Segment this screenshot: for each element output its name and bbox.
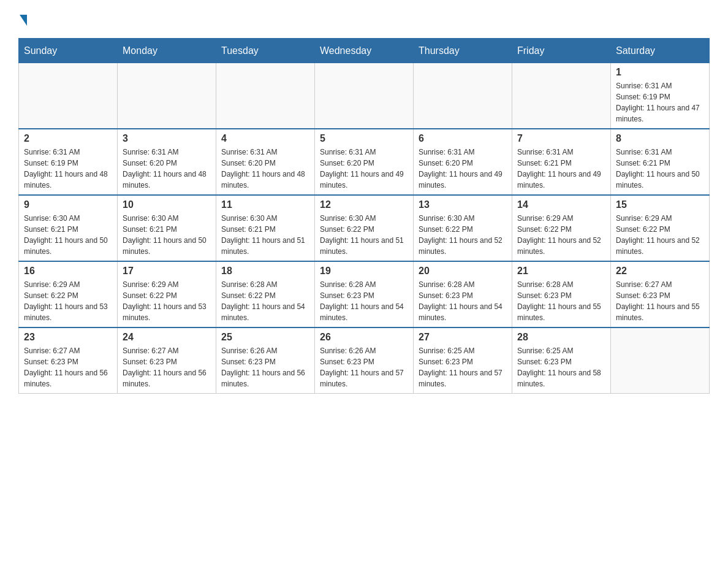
calendar-cell: 12Sunrise: 6:30 AM Sunset: 6:22 PM Dayli…	[315, 195, 414, 261]
calendar-cell: 24Sunrise: 6:27 AM Sunset: 6:23 PM Dayli…	[118, 327, 216, 394]
calendar-cell: 3Sunrise: 6:31 AM Sunset: 6:20 PM Daylig…	[118, 129, 216, 195]
calendar-cell: 23Sunrise: 6:27 AM Sunset: 6:23 PM Dayli…	[19, 327, 118, 394]
calendar-cell: 11Sunrise: 6:30 AM Sunset: 6:21 PM Dayli…	[216, 195, 315, 261]
calendar-cell: 7Sunrise: 6:31 AM Sunset: 6:21 PM Daylig…	[512, 129, 611, 195]
calendar-table: SundayMondayTuesdayWednesdayThursdayFrid…	[18, 38, 710, 394]
day-info: Sunrise: 6:31 AM Sunset: 6:20 PM Dayligh…	[123, 147, 211, 191]
calendar-cell: 19Sunrise: 6:28 AM Sunset: 6:23 PM Dayli…	[315, 261, 414, 327]
day-info: Sunrise: 6:29 AM Sunset: 6:22 PM Dayligh…	[517, 213, 605, 257]
calendar-header-wednesday: Wednesday	[315, 39, 414, 63]
calendar-week-row: 9Sunrise: 6:30 AM Sunset: 6:21 PM Daylig…	[19, 195, 710, 261]
page-header	[18, 12, 710, 26]
day-number: 7	[517, 133, 605, 144]
calendar-week-row: 23Sunrise: 6:27 AM Sunset: 6:23 PM Dayli…	[19, 327, 710, 394]
day-number: 19	[320, 266, 408, 277]
day-info: Sunrise: 6:27 AM Sunset: 6:23 PM Dayligh…	[616, 279, 704, 323]
day-number: 4	[221, 133, 309, 144]
calendar-week-row: 1Sunrise: 6:31 AM Sunset: 6:19 PM Daylig…	[19, 63, 710, 129]
calendar-header-tuesday: Tuesday	[216, 39, 315, 63]
day-info: Sunrise: 6:30 AM Sunset: 6:22 PM Dayligh…	[419, 213, 507, 257]
day-number: 24	[123, 332, 211, 343]
day-info: Sunrise: 6:27 AM Sunset: 6:23 PM Dayligh…	[24, 345, 112, 389]
calendar-cell	[216, 63, 315, 129]
calendar-cell: 10Sunrise: 6:30 AM Sunset: 6:21 PM Dayli…	[118, 195, 216, 261]
calendar-cell: 25Sunrise: 6:26 AM Sunset: 6:23 PM Dayli…	[216, 327, 315, 394]
day-number: 8	[616, 133, 704, 144]
calendar-cell	[512, 63, 611, 129]
day-info: Sunrise: 6:28 AM Sunset: 6:23 PM Dayligh…	[320, 279, 408, 323]
day-number: 11	[221, 199, 309, 210]
day-info: Sunrise: 6:30 AM Sunset: 6:21 PM Dayligh…	[221, 213, 309, 257]
day-number: 26	[320, 332, 408, 343]
day-info: Sunrise: 6:30 AM Sunset: 6:22 PM Dayligh…	[320, 213, 408, 257]
day-info: Sunrise: 6:26 AM Sunset: 6:23 PM Dayligh…	[320, 345, 408, 389]
calendar-cell: 9Sunrise: 6:30 AM Sunset: 6:21 PM Daylig…	[19, 195, 118, 261]
calendar-cell: 27Sunrise: 6:25 AM Sunset: 6:23 PM Dayli…	[414, 327, 512, 394]
day-number: 13	[419, 199, 507, 210]
day-info: Sunrise: 6:27 AM Sunset: 6:23 PM Dayligh…	[123, 345, 211, 389]
day-number: 25	[221, 332, 309, 343]
day-number: 18	[221, 266, 309, 277]
day-info: Sunrise: 6:25 AM Sunset: 6:23 PM Dayligh…	[517, 345, 605, 389]
calendar-cell: 14Sunrise: 6:29 AM Sunset: 6:22 PM Dayli…	[512, 195, 611, 261]
calendar-cell: 26Sunrise: 6:26 AM Sunset: 6:23 PM Dayli…	[315, 327, 414, 394]
day-info: Sunrise: 6:28 AM Sunset: 6:23 PM Dayligh…	[419, 279, 507, 323]
calendar-cell: 8Sunrise: 6:31 AM Sunset: 6:21 PM Daylig…	[611, 129, 710, 195]
day-number: 14	[517, 199, 605, 210]
calendar-header-sunday: Sunday	[19, 39, 118, 63]
day-number: 17	[123, 266, 211, 277]
calendar-cell: 2Sunrise: 6:31 AM Sunset: 6:19 PM Daylig…	[19, 129, 118, 195]
calendar-cell: 28Sunrise: 6:25 AM Sunset: 6:23 PM Dayli…	[512, 327, 611, 394]
logo	[18, 12, 27, 26]
calendar-cell	[611, 327, 710, 394]
day-number: 6	[419, 133, 507, 144]
calendar-header-row: SundayMondayTuesdayWednesdayThursdayFrid…	[19, 39, 710, 63]
day-number: 22	[616, 266, 704, 277]
calendar-week-row: 2Sunrise: 6:31 AM Sunset: 6:19 PM Daylig…	[19, 129, 710, 195]
calendar-cell: 21Sunrise: 6:28 AM Sunset: 6:23 PM Dayli…	[512, 261, 611, 327]
day-info: Sunrise: 6:28 AM Sunset: 6:22 PM Dayligh…	[221, 279, 309, 323]
day-info: Sunrise: 6:31 AM Sunset: 6:21 PM Dayligh…	[616, 147, 704, 191]
calendar-header-saturday: Saturday	[611, 39, 710, 63]
calendar-cell: 5Sunrise: 6:31 AM Sunset: 6:20 PM Daylig…	[315, 129, 414, 195]
day-info: Sunrise: 6:29 AM Sunset: 6:22 PM Dayligh…	[123, 279, 211, 323]
day-number: 23	[24, 332, 112, 343]
calendar-cell: 13Sunrise: 6:30 AM Sunset: 6:22 PM Dayli…	[414, 195, 512, 261]
day-number: 12	[320, 199, 408, 210]
day-number: 15	[616, 199, 704, 210]
calendar-header-friday: Friday	[512, 39, 611, 63]
day-number: 27	[419, 332, 507, 343]
calendar-cell	[414, 63, 512, 129]
day-info: Sunrise: 6:25 AM Sunset: 6:23 PM Dayligh…	[419, 345, 507, 389]
day-info: Sunrise: 6:31 AM Sunset: 6:20 PM Dayligh…	[221, 147, 309, 191]
calendar-cell	[19, 63, 118, 129]
day-info: Sunrise: 6:26 AM Sunset: 6:23 PM Dayligh…	[221, 345, 309, 389]
day-info: Sunrise: 6:29 AM Sunset: 6:22 PM Dayligh…	[616, 213, 704, 257]
calendar-cell	[315, 63, 414, 129]
day-number: 9	[24, 199, 112, 210]
logo-arrow-icon	[20, 15, 27, 26]
day-number: 3	[123, 133, 211, 144]
calendar-header-thursday: Thursday	[414, 39, 512, 63]
day-info: Sunrise: 6:30 AM Sunset: 6:21 PM Dayligh…	[123, 213, 211, 257]
day-number: 10	[123, 199, 211, 210]
calendar-cell: 15Sunrise: 6:29 AM Sunset: 6:22 PM Dayli…	[611, 195, 710, 261]
day-info: Sunrise: 6:31 AM Sunset: 6:20 PM Dayligh…	[419, 147, 507, 191]
calendar-cell: 4Sunrise: 6:31 AM Sunset: 6:20 PM Daylig…	[216, 129, 315, 195]
day-info: Sunrise: 6:31 AM Sunset: 6:19 PM Dayligh…	[616, 80, 704, 124]
day-info: Sunrise: 6:31 AM Sunset: 6:19 PM Dayligh…	[24, 147, 112, 191]
day-info: Sunrise: 6:28 AM Sunset: 6:23 PM Dayligh…	[517, 279, 605, 323]
day-number: 20	[419, 266, 507, 277]
calendar-cell: 20Sunrise: 6:28 AM Sunset: 6:23 PM Dayli…	[414, 261, 512, 327]
day-number: 16	[24, 266, 112, 277]
day-number: 28	[517, 332, 605, 343]
day-info: Sunrise: 6:31 AM Sunset: 6:20 PM Dayligh…	[320, 147, 408, 191]
day-info: Sunrise: 6:31 AM Sunset: 6:21 PM Dayligh…	[517, 147, 605, 191]
day-info: Sunrise: 6:29 AM Sunset: 6:22 PM Dayligh…	[24, 279, 112, 323]
calendar-cell: 22Sunrise: 6:27 AM Sunset: 6:23 PM Dayli…	[611, 261, 710, 327]
calendar-header-monday: Monday	[118, 39, 216, 63]
day-number: 2	[24, 133, 112, 144]
calendar-cell: 6Sunrise: 6:31 AM Sunset: 6:20 PM Daylig…	[414, 129, 512, 195]
calendar-cell: 17Sunrise: 6:29 AM Sunset: 6:22 PM Dayli…	[118, 261, 216, 327]
calendar-cell	[118, 63, 216, 129]
